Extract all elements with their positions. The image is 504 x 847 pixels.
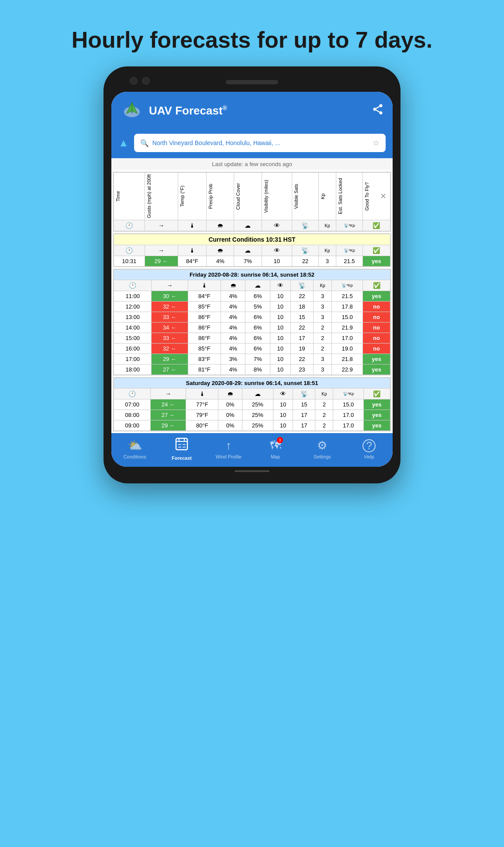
ci-precip: 🌧 — [207, 245, 234, 256]
row-cloud: 25% — [242, 410, 273, 420]
friday-icon-row: 🕐 → 🌡 🌧 ☁ 👁 📡 Kp 📡*Kp ✅ — [114, 280, 390, 291]
row-sats: 22 — [290, 291, 313, 302]
row-time: 13:00 — [114, 312, 152, 323]
row-vis: 10 — [273, 420, 293, 431]
icon-kp: Kp — [318, 220, 336, 231]
row-cloud: 6% — [245, 323, 270, 333]
row-estsats: 19.0 — [332, 344, 363, 354]
phone-bottom-bar — [111, 467, 393, 476]
current-conditions-header: Current Conditions 10:31 HST — [114, 234, 390, 245]
row-sats: 15 — [290, 312, 313, 323]
fi-sats: 📡 — [290, 280, 313, 291]
row-temp: 79°F — [186, 410, 218, 420]
map-badge: 3 — [277, 437, 283, 443]
si-kp: Kp — [315, 389, 333, 399]
row-gusts: 33 ← — [152, 333, 188, 344]
curr-kp: 3 — [318, 256, 336, 267]
si-temp: 🌡 — [186, 389, 218, 399]
header-table: Time Gusts (mph) at 200ft Temp (°F) Prec… — [114, 172, 390, 231]
map-icon-wrapper: 🗺 3 — [270, 439, 281, 452]
row-kp: 3 — [314, 291, 332, 302]
app-title: UAV Forecast® — [149, 104, 227, 118]
ci-vis: 👁 — [262, 245, 292, 256]
si-estsats: 📡*Kp — [333, 389, 363, 399]
row-fly: yes — [363, 354, 390, 364]
map-label: Map — [271, 454, 280, 459]
app-logo-area: UAV Forecast® — [120, 99, 227, 122]
app-logo-icon — [120, 99, 144, 122]
row-gusts: 27 ← — [151, 410, 186, 420]
nav-item-help[interactable]: ? Help — [346, 439, 393, 459]
row-vis: 10 — [270, 312, 290, 323]
svg-line-6 — [376, 110, 380, 112]
row-vis: 10 — [270, 354, 290, 364]
table-row: 12:00 32 ← 85°F 4% 5% 10 18 3 17.8 no — [114, 302, 390, 312]
row-precip: 0% — [218, 410, 242, 420]
close-button[interactable]: ✕ — [380, 191, 387, 201]
nav-item-conditions[interactable]: ⛅ Conditions — [111, 439, 158, 459]
row-kp: 2 — [315, 399, 333, 410]
table-row: 07:00 24 ← 77°F 0% 25% 10 15 2 15.0 yes — [114, 399, 390, 410]
help-icon: ? — [362, 439, 376, 452]
current-conditions-wrapper: Current Conditions 10:31 HST 🕐 → 🌡 🌧 ☁ 👁… — [113, 233, 391, 267]
row-cloud: 25% — [242, 399, 273, 410]
row-time: 16:00 — [114, 344, 152, 354]
row-kp: 2 — [315, 420, 333, 431]
ci-kp: Kp — [318, 245, 336, 256]
row-vis: 10 — [270, 364, 290, 375]
nav-item-wind-profile[interactable]: ↑ Wind Profile — [205, 439, 252, 459]
share-icon[interactable] — [372, 103, 384, 118]
nav-item-settings[interactable]: ⚙ Settings — [299, 439, 345, 459]
th-kp: Kp — [318, 173, 336, 220]
phone-speaker — [226, 80, 278, 84]
friday-header: Friday 2020-08-28: sunrise 06:14, sunset… — [114, 270, 390, 280]
th-cloud: Cloud Cover — [234, 173, 262, 220]
last-update-text: Last update: a few seconds ago — [111, 158, 393, 170]
nav-item-forecast[interactable]: Forecast — [158, 437, 205, 461]
row-kp: 2 — [315, 410, 333, 420]
row-time: 17:00 — [114, 354, 152, 364]
table-row: 17:00 29 ← 83°F 3% 7% 10 22 3 21.8 yes — [114, 354, 390, 364]
row-temp: 80°F — [186, 420, 218, 431]
si-sats: 📡 — [293, 389, 315, 399]
curr-cloud: 7% — [234, 256, 262, 267]
row-time: 18:00 — [114, 364, 152, 375]
camera-lens-1 — [130, 77, 138, 85]
nav-item-map[interactable]: 🗺 3 Map — [252, 439, 299, 459]
row-precip: 4% — [221, 312, 245, 323]
icon-cloud: ☁ — [234, 220, 262, 231]
camera-lens-2 — [142, 77, 150, 85]
row-cloud: 7% — [245, 354, 270, 364]
icon-temp: 🌡 — [178, 220, 207, 231]
ci-cloud: ☁ — [234, 245, 262, 256]
fi-temp: 🌡 — [188, 280, 221, 291]
conditions-label: Conditions — [124, 454, 146, 459]
curr-temp: 84°F — [178, 256, 207, 267]
row-time: 15:00 — [114, 333, 152, 344]
row-gusts: 29 ← — [152, 354, 188, 364]
current-conditions-table: Current Conditions 10:31 HST 🕐 → 🌡 🌧 ☁ 👁… — [114, 234, 390, 267]
search-box[interactable]: 🔍 North Vineyard Boulevard, Honolulu, Ha… — [134, 134, 386, 152]
row-cloud: 6% — [245, 344, 270, 354]
th-precip: Precip Prob — [207, 173, 234, 220]
row-kp: 3 — [314, 354, 332, 364]
row-estsats: 21.5 — [332, 291, 363, 302]
location-arrow-icon[interactable]: ▲ — [118, 137, 129, 149]
row-vis: 10 — [270, 344, 290, 354]
row-fly: no — [363, 302, 390, 312]
saturday-wrapper: Saturday 2020-08-29: sunrise 06:14, suns… — [113, 377, 391, 431]
row-sats: 17 — [290, 333, 313, 344]
favorite-icon[interactable]: ☆ — [373, 138, 380, 148]
row-time: 14:00 — [114, 323, 152, 333]
row-precip: 4% — [221, 323, 245, 333]
ci-estsats: 📡*Kp — [336, 245, 363, 256]
row-fly: yes — [363, 420, 390, 431]
saturday-header: Saturday 2020-08-29: sunrise 06:14, suns… — [114, 378, 390, 389]
table-row: 11:00 30 ← 84°F 4% 6% 10 22 3 21.5 yes — [114, 291, 390, 302]
fi-gusts: → — [152, 280, 188, 291]
row-vis: 10 — [273, 410, 293, 420]
row-gusts: 33 ← — [152, 312, 188, 323]
row-gusts: 30 ← — [152, 291, 188, 302]
svg-rect-8 — [176, 438, 187, 450]
phone-screen: UAV Forecast® ▲ 🔍 North Vineyard Bouleva… — [111, 92, 393, 467]
